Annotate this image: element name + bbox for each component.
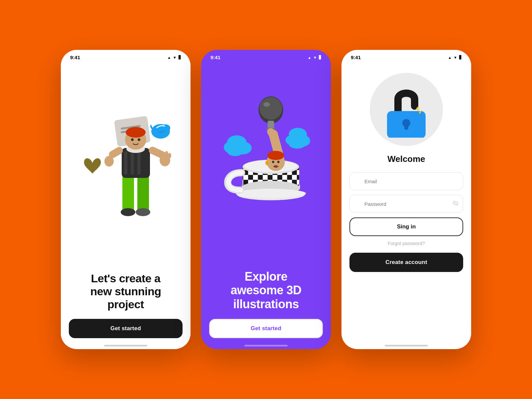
signal-icon: ▲ xyxy=(448,56,452,60)
svg-point-55 xyxy=(265,161,269,165)
character-illustration-1 xyxy=(72,96,179,229)
phone-2-status-bar: 9:41 ▲ ▼ ▊ xyxy=(201,50,331,62)
svg-point-34 xyxy=(227,146,243,156)
signin-button-area: Sing in xyxy=(349,217,463,241)
create-account-button-area: Create account xyxy=(349,253,463,279)
svg-point-57 xyxy=(277,161,280,163)
phone-1-home-indicator xyxy=(104,345,147,346)
svg-point-2 xyxy=(165,125,167,127)
svg-point-28 xyxy=(263,102,270,107)
password-input-group xyxy=(349,195,463,213)
phone-1-get-started-button[interactable]: Get started xyxy=(69,319,183,338)
password-input[interactable] xyxy=(349,195,463,213)
svg-rect-6 xyxy=(122,173,134,213)
svg-point-38 xyxy=(289,140,306,149)
phone-2-get-started-button[interactable]: Get started xyxy=(209,319,323,338)
phone-2-text-area: Explore awesome 3D illustrations xyxy=(201,262,331,311)
phone-2-time: 9:41 xyxy=(210,55,220,60)
svg-rect-10 xyxy=(131,151,134,175)
lock-circle xyxy=(370,73,443,146)
battery-icon: ▊ xyxy=(319,55,322,60)
email-input[interactable] xyxy=(349,172,463,190)
phone-2-title: Explore awesome 3D illustrations xyxy=(213,270,319,311)
svg-point-21 xyxy=(165,151,168,157)
phone-3-time: 9:41 xyxy=(351,55,361,60)
phone-1: 9:41 ▲ ▼ ▊ xyxy=(61,50,191,349)
phone-3: 9:41 ▲ ▼ ▊ xyxy=(341,50,471,349)
wifi-icon: ▼ xyxy=(313,56,317,60)
phone-1-title: Let's create a new stunning project xyxy=(73,272,179,311)
battery-icon: ▊ xyxy=(459,55,462,60)
svg-point-56 xyxy=(272,161,274,163)
phone-3-status-icons: ▲ ▼ ▊ xyxy=(448,55,462,60)
phone-2-home-indicator xyxy=(244,345,288,346)
phone-1-status-icons: ▲ ▼ ▊ xyxy=(167,55,181,60)
wifi-icon: ▼ xyxy=(454,56,457,60)
svg-point-52 xyxy=(236,189,306,198)
signal-icon: ▲ xyxy=(308,56,311,60)
phone-1-illustration xyxy=(61,62,191,264)
phone-2-status-icons: ▲ ▼ ▊ xyxy=(308,55,322,60)
phones-container: 9:41 ▲ ▼ ▊ xyxy=(61,50,471,349)
svg-point-15 xyxy=(131,138,134,141)
signin-button[interactable]: Sing in xyxy=(349,217,463,236)
phone-3-status-bar: 9:41 ▲ ▼ ▊ xyxy=(341,50,471,62)
svg-point-25 xyxy=(136,208,150,216)
phone-1-button-area: Get started xyxy=(61,311,191,345)
create-account-button[interactable]: Create account xyxy=(349,253,463,272)
svg-point-23 xyxy=(104,156,114,167)
phone-3-home-indicator xyxy=(385,345,428,346)
svg-point-20 xyxy=(161,152,165,158)
svg-rect-9 xyxy=(124,151,127,175)
phone-1-time: 9:41 xyxy=(70,55,80,60)
signal-icon: ▲ xyxy=(167,56,171,60)
lock-svg xyxy=(380,81,433,138)
character-illustration-2 xyxy=(213,92,319,232)
phone-2-illustration xyxy=(201,62,331,262)
phone-1-status-bar: 9:41 ▲ ▼ ▊ xyxy=(61,50,191,62)
svg-point-16 xyxy=(138,138,140,141)
email-input-wrapper xyxy=(349,172,463,190)
welcome-title: Welcome xyxy=(349,154,463,164)
battery-icon: ▊ xyxy=(179,55,181,60)
svg-rect-61 xyxy=(404,124,408,130)
svg-rect-29 xyxy=(268,121,274,129)
email-input-group xyxy=(349,172,463,190)
svg-point-24 xyxy=(121,208,135,216)
phone-1-content: Let's create a new stunning project Get … xyxy=(61,62,191,345)
phone-2: 9:41 ▲ ▼ ▊ xyxy=(201,50,331,349)
phone-1-text-area: Let's create a new stunning project xyxy=(61,264,191,311)
svg-rect-7 xyxy=(137,173,149,213)
phone-2-content: Explore awesome 3D illustrations Get sta… xyxy=(201,62,331,345)
svg-rect-11 xyxy=(137,151,141,175)
svg-point-27 xyxy=(259,97,282,120)
svg-point-22 xyxy=(168,153,171,158)
lock-illustration xyxy=(349,62,463,154)
phone-3-content: Welcome xyxy=(341,62,471,345)
svg-point-58 xyxy=(274,165,278,168)
forgot-password-link[interactable]: Forgot password? xyxy=(349,241,463,246)
phone-2-button-area: Get started xyxy=(201,311,331,345)
wifi-icon: ▼ xyxy=(173,56,177,60)
password-input-wrapper xyxy=(349,195,463,213)
